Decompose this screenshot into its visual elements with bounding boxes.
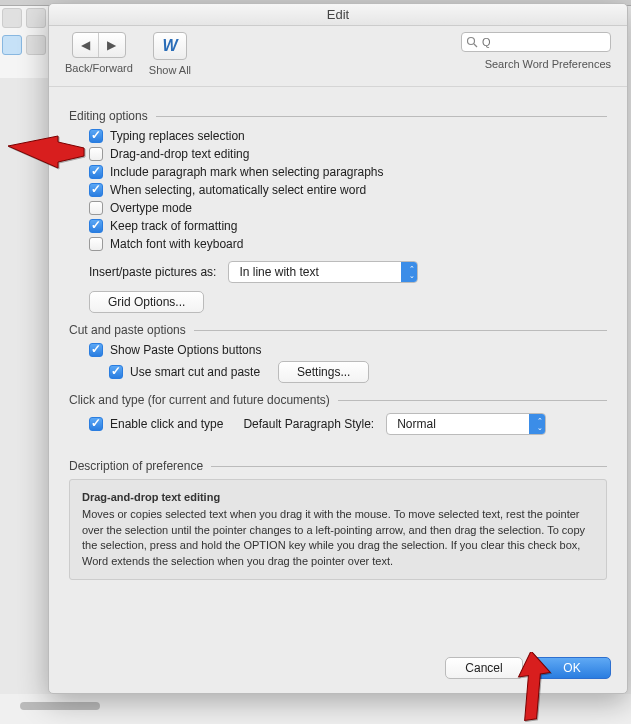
opt-smart-cut[interactable]: Use smart cut and paste: [109, 365, 260, 379]
back-forward-buttons: ◀ ▶: [72, 32, 126, 58]
paragraph-style-select[interactable]: Normal: [386, 413, 546, 435]
opt-track-formatting-chk[interactable]: [89, 219, 103, 233]
opt-enable-clicktype-chk[interactable]: [89, 417, 103, 431]
description-body: Moves or copies selected text when you d…: [82, 508, 585, 566]
description-box: Drag-and-drop text editing Moves or copi…: [69, 479, 607, 580]
show-all-button[interactable]: W: [153, 32, 187, 60]
show-all-label: Show All: [149, 64, 191, 76]
opt-overtype-chk[interactable]: [89, 201, 103, 215]
opt-typing-replaces-chk[interactable]: [89, 129, 103, 143]
opt-include-paragraph[interactable]: Include paragraph mark when selecting pa…: [89, 165, 607, 179]
opt-paste-options[interactable]: Show Paste Options buttons: [89, 343, 607, 357]
opt-overtype[interactable]: Overtype mode: [89, 201, 607, 215]
insert-pictures-select[interactable]: In line with text: [228, 261, 418, 283]
word-icon: W: [162, 37, 177, 55]
dialog-title: Edit: [49, 4, 627, 26]
description-heading: Drag-and-drop text editing: [82, 490, 594, 505]
section-clicktype-title: Click and type (for current and future d…: [69, 393, 607, 407]
opt-auto-select-word[interactable]: When selecting, automatically select ent…: [89, 183, 607, 197]
section-cutpaste-title: Cut and paste options: [69, 323, 607, 337]
opt-smart-cut-chk[interactable]: [109, 365, 123, 379]
insert-pictures-label: Insert/paste pictures as:: [89, 265, 216, 279]
search-input[interactable]: [461, 32, 611, 52]
opt-drag-drop-chk[interactable]: [89, 147, 103, 161]
cancel-button[interactable]: Cancel: [445, 657, 523, 679]
dialog-content: Editing options Typing replaces selectio…: [49, 87, 627, 645]
preferences-dialog: Edit ◀ ▶ Back/Forward W Show All Search …: [48, 3, 628, 694]
grid-options-button[interactable]: Grid Options...: [89, 291, 204, 313]
smart-cut-settings-button[interactable]: Settings...: [278, 361, 369, 383]
opt-auto-select-word-chk[interactable]: [89, 183, 103, 197]
dialog-toolbar: ◀ ▶ Back/Forward W Show All Search Word …: [49, 26, 627, 87]
opt-drag-drop[interactable]: Drag-and-drop text editing: [89, 147, 607, 161]
opt-paste-options-chk[interactable]: [89, 343, 103, 357]
back-button[interactable]: ◀: [73, 33, 99, 57]
back-forward-label: Back/Forward: [65, 62, 133, 74]
opt-match-font[interactable]: Match font with keyboard: [89, 237, 607, 251]
opt-typing-replaces[interactable]: Typing replaces selection: [89, 129, 607, 143]
dialog-footer: Cancel OK: [49, 645, 627, 693]
section-description-title: Description of preference: [69, 459, 607, 473]
ok-button[interactable]: OK: [533, 657, 611, 679]
opt-track-formatting[interactable]: Keep track of formatting: [89, 219, 607, 233]
opt-match-font-chk[interactable]: [89, 237, 103, 251]
opt-enable-clicktype[interactable]: Enable click and type: [89, 417, 223, 431]
forward-button[interactable]: ▶: [99, 33, 125, 57]
section-editing-title: Editing options: [69, 109, 607, 123]
paragraph-style-label: Default Paragraph Style:: [243, 417, 374, 431]
search-caption: Search Word Preferences: [485, 58, 611, 70]
opt-include-paragraph-chk[interactable]: [89, 165, 103, 179]
